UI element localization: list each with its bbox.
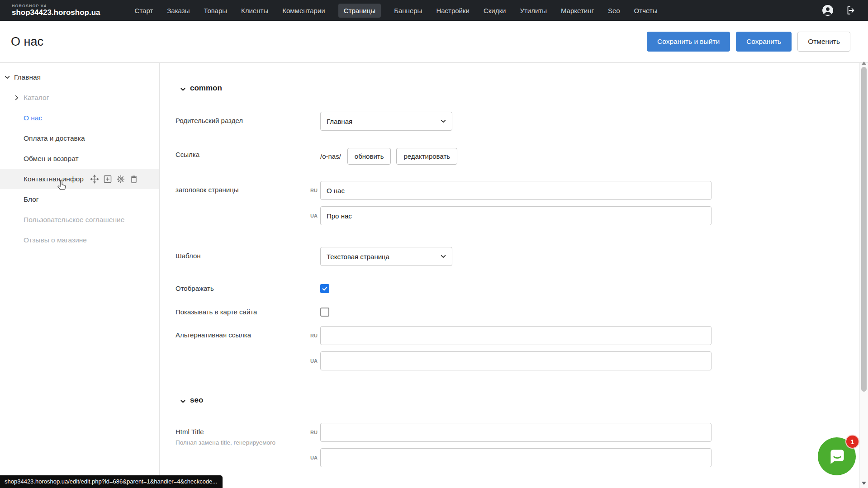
cancel-button[interactable]: Отменить	[797, 32, 850, 52]
sidebar-item-home[interactable]: Главная	[0, 67, 159, 87]
menu-item-clients[interactable]: Клиенты	[240, 4, 269, 18]
menu-item-banners[interactable]: Баннеры	[393, 4, 423, 18]
move-icon[interactable]	[90, 175, 99, 184]
sidebar-item-label: Блог	[24, 195, 39, 204]
sidebar-item-shop-reviews[interactable]: Отзывы о магазине	[0, 230, 159, 250]
sidebar-item-about[interactable]: О нас	[0, 108, 159, 128]
brand-domain: shop34423.horoshop.ua	[12, 9, 100, 17]
delete-trash-icon[interactable]	[129, 175, 138, 184]
display-checkbox[interactable]	[320, 284, 329, 293]
sidebar-item-catalog[interactable]: Каталог	[0, 87, 159, 108]
row-actions	[90, 175, 138, 184]
page-heading-ua-input[interactable]	[320, 206, 711, 225]
page-header: О нас Сохранить и выйти Сохранить Отмени…	[0, 21, 868, 63]
alt-link-ua-input[interactable]	[320, 351, 711, 370]
sidebar-item-label: Оплата и доставка	[24, 134, 85, 142]
chevron-down-icon	[440, 253, 446, 260]
template-label: Шаблон	[175, 247, 308, 260]
select-value: Текстовая страница	[327, 253, 389, 261]
sidebar-item-label: Пользовательское соглашение	[24, 216, 124, 224]
html-title-label-text: Html Title	[175, 428, 308, 436]
menu-item-marketing[interactable]: Маркетинг	[560, 4, 595, 18]
chat-unread-badge: 1	[845, 435, 859, 449]
edit-form: common Родительский раздел Главная Ссылк…	[160, 63, 850, 488]
select-value: Главная	[327, 118, 352, 125]
ua-badge: UA	[308, 455, 318, 460]
ua-badge: UA	[308, 213, 318, 218]
sitemap-checkbox[interactable]	[320, 308, 329, 317]
sitemap-label: Показывать в карте сайта	[175, 303, 308, 316]
ua-badge: UA	[308, 358, 318, 364]
menu-item-orders[interactable]: Заказы	[166, 4, 190, 18]
ru-badge: RU	[308, 188, 318, 193]
page-heading-ru-input[interactable]	[320, 181, 711, 200]
page-title: О нас	[11, 35, 43, 49]
html-title-ua-input[interactable]	[320, 448, 711, 467]
html-title-label: Html Title Полная замена title, генериру…	[175, 423, 308, 447]
section-title: seo	[190, 396, 203, 405]
parent-section-select[interactable]: Главная	[320, 112, 452, 131]
logout-icon[interactable]	[845, 5, 856, 16]
main-menu: Старт Заказы Товары Клиенты Комментарии …	[134, 4, 822, 18]
menu-item-products[interactable]: Товары	[203, 4, 228, 18]
scroll-down-arrow-icon[interactable]	[862, 482, 866, 485]
link-path: /o-nas/	[320, 152, 341, 160]
template-select[interactable]: Текстовая страница	[320, 247, 452, 266]
sidebar-item-label: Отзывы о магазине	[24, 236, 87, 244]
scroll-up-arrow-icon[interactable]	[862, 62, 866, 65]
add-icon[interactable]	[103, 175, 112, 184]
chevron-down-icon[interactable]	[4, 74, 10, 81]
menu-item-utilities[interactable]: Утилиты	[519, 4, 548, 18]
sidebar-item-contact-info[interactable]: Контактная инфор	[0, 169, 159, 189]
sidebar-item-label: Главная	[14, 73, 41, 81]
sidebar-item-exchange-return[interactable]: Обмен и возврат	[0, 148, 159, 169]
save-and-exit-button[interactable]: Сохранить и выйти	[647, 32, 730, 52]
menu-item-reports[interactable]: Отчеты	[633, 4, 659, 18]
section-seo[interactable]: seo	[180, 396, 850, 405]
settings-gear-icon[interactable]	[116, 175, 125, 184]
section-title: common	[190, 84, 222, 93]
chevron-down-icon	[180, 398, 186, 403]
alt-link-label: Альтернативная ссылка	[175, 326, 308, 339]
menu-item-seo[interactable]: Seo	[607, 4, 621, 18]
menu-item-start[interactable]: Старт	[134, 4, 154, 18]
display-label: Отображать	[175, 280, 308, 292]
chat-widget-button[interactable]: 1	[818, 437, 856, 475]
pages-tree-sidebar: Главная Каталог О нас Оплата и доставка …	[0, 63, 160, 488]
status-url-tooltip: shop34423.horoshop.ua/edit/edit.php?id=6…	[0, 475, 223, 488]
sidebar-item-blog[interactable]: Блог	[0, 189, 159, 209]
menu-item-settings[interactable]: Настройки	[435, 4, 470, 18]
chevron-right-icon[interactable]	[14, 95, 20, 101]
link-label: Ссылка	[175, 146, 308, 158]
sidebar-item-label: Обмен и возврат	[24, 155, 79, 163]
topbar: HOROSHOP V4 shop34423.horoshop.ua Старт …	[0, 0, 868, 21]
sidebar-item-label: Контактная инфор	[24, 175, 84, 183]
alt-link-ru-input[interactable]	[320, 326, 711, 345]
menu-item-comments[interactable]: Комментарии	[281, 4, 326, 18]
section-common[interactable]: common	[180, 84, 850, 93]
link-refresh-button[interactable]: обновить	[347, 148, 391, 165]
menu-item-pages[interactable]: Страницы	[338, 4, 381, 18]
scrollbar-thumb[interactable]	[861, 67, 867, 392]
page-heading-label: заголовок страницы	[175, 181, 308, 194]
html-title-hint: Полная замена title, генерируемого	[175, 439, 293, 447]
menu-item-discounts[interactable]: Скидки	[483, 4, 507, 18]
save-button[interactable]: Сохранить	[736, 32, 792, 52]
chevron-down-icon	[440, 118, 446, 124]
link-edit-button[interactable]: редактировать	[396, 148, 457, 165]
sidebar-item-user-agreement[interactable]: Пользовательское соглашение	[0, 209, 159, 230]
sidebar-item-label: О нас	[24, 114, 42, 122]
parent-section-label: Родительский раздел	[175, 112, 308, 124]
sidebar-item-label: Каталог	[24, 94, 49, 102]
html-title-ru-input[interactable]	[320, 423, 711, 442]
account-icon[interactable]	[822, 5, 834, 16]
ru-badge: RU	[308, 333, 318, 338]
ru-badge: RU	[308, 430, 318, 435]
sidebar-item-payment-delivery[interactable]: Оплата и доставка	[0, 128, 159, 148]
vertical-scrollbar[interactable]	[859, 63, 868, 488]
hand-cursor-icon	[55, 179, 68, 191]
brand[interactable]: HOROSHOP V4 shop34423.horoshop.ua	[12, 4, 100, 16]
chevron-down-icon	[180, 85, 186, 91]
